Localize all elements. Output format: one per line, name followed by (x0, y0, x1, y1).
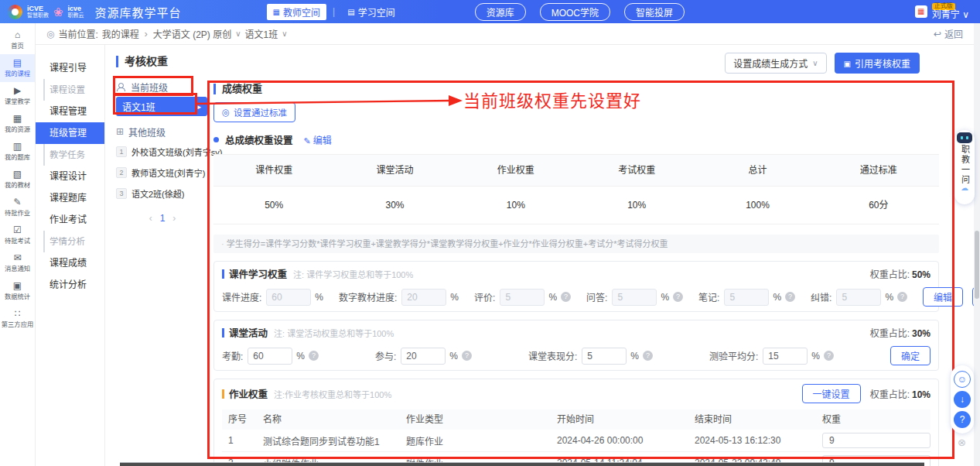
quote-assessment-weight-button[interactable]: 引用考核权重 (835, 53, 920, 74)
weight-field-input[interactable] (724, 289, 769, 306)
weight-field: 课堂表现分:%? (528, 348, 653, 365)
breadcrumb-my-courses[interactable]: 我的课程 (102, 27, 139, 40)
help-icon[interactable]: ? (785, 292, 795, 302)
weight-field-input[interactable] (266, 289, 311, 306)
hw-weight-input[interactable] (822, 433, 930, 448)
rail-item[interactable]: ▥我的题库 (0, 138, 35, 166)
sidebar-item[interactable]: 统计分析 (36, 274, 104, 296)
summary-header-cell: 考试权重 (576, 155, 697, 186)
rail-item[interactable]: ▦我的资源 (0, 110, 35, 138)
weight-field: 评价:%? (474, 289, 571, 306)
edit-courseware-weight-button[interactable]: 编辑 (923, 287, 963, 307)
sidebar-item[interactable]: 课程设计 (36, 166, 104, 187)
breadcrumb-class[interactable]: 语文1班 (245, 27, 278, 40)
sidebar-item[interactable]: 课程成绩 (36, 252, 104, 274)
top-pill-button[interactable]: 智能投屏 (624, 3, 685, 21)
sidebar-item[interactable]: 作业考试 (36, 209, 104, 231)
summary-header-cell: 课件权重 (213, 155, 334, 186)
class-item[interactable]: 2教师语文班(刘青宁) (116, 162, 209, 183)
data-statistics-icon: ▣ (0, 280, 35, 291)
help-icon[interactable]: ? (309, 351, 319, 361)
top-pill-button[interactable]: 资源库 (475, 3, 526, 21)
back-label: 返回 (944, 27, 963, 40)
user-name[interactable]: 刘青宁 ∨ (932, 10, 969, 20)
top-pill-button[interactable]: MOOC学院 (540, 3, 610, 21)
edit-total-weight-link[interactable]: 编辑 (304, 133, 332, 146)
weight-field-input[interactable] (763, 348, 808, 365)
ratio-value: 30% (912, 328, 930, 339)
summary-value-cell: 30% (334, 187, 455, 224)
class-item[interactable]: 3语文2班(徐超) (116, 183, 209, 204)
activity-section-header: 课堂活动 注: 课堂活动权重总和等于100% 权重占比:30% (222, 325, 930, 340)
breadcrumb-course[interactable]: 大学语文 (2P) 原创 (153, 27, 231, 40)
sidebar-item[interactable]: 班级管理 (36, 122, 104, 144)
weight-field-input[interactable] (401, 289, 446, 306)
help-icon[interactable]: ? (462, 351, 472, 361)
pagination-prev-icon[interactable]: ‹ (149, 213, 152, 224)
user-area[interactable]: ▦ 正式版 刘青宁 ∨ (915, 3, 980, 20)
rail-item[interactable]: ✎待批作业 (0, 194, 35, 221)
activity-section-title: 课堂活动 (229, 325, 268, 340)
weight-field-label: 纠错: (811, 290, 831, 303)
courseware-section-header: 课件学习权重 注: 课件学习权重总和等于100% 权重占比:50% (222, 266, 930, 281)
rail-item[interactable]: ▤我的课程 (0, 54, 35, 82)
activity-fields: 考勤:%?参与:%?课堂表现分:%?测验平均分:%?确定 (222, 346, 930, 365)
percent-suffix: % (450, 292, 459, 303)
class-item[interactable]: 1外校语文班级(刘青宁sy) (116, 141, 209, 162)
sidebar-item[interactable]: 课程管理 (36, 101, 104, 122)
weight-field-input[interactable] (500, 289, 545, 306)
top-header: iCVE 智慧职教 ❀ icve 职教云 资源库教学平台 ▦教师空间|▤学习空间… (0, 0, 980, 23)
quote-icon (844, 58, 851, 69)
collapse-toolbar-icon[interactable]: ⊗ (958, 437, 966, 448)
top-nav-item[interactable]: ▦教师空间 (267, 4, 326, 20)
scrollbar-thumb[interactable] (975, 231, 979, 299)
percent-suffix: % (296, 351, 305, 361)
download-button[interactable]: ↓ (954, 391, 971, 408)
customer-service-button[interactable]: ☺ (954, 371, 971, 388)
confirm-activity-weight-button[interactable]: 确定 (890, 346, 930, 365)
weight-field-input[interactable] (612, 289, 657, 306)
back-button[interactable]: 返回 (934, 27, 963, 40)
chevron-down-icon[interactable]: ∨ (282, 29, 287, 38)
breadcrumb: 当前位置: 我的课程 › 大学语文 (2P) 原创 ∨ 语文1班 ∨ 返回 (36, 23, 974, 45)
weight-field: 考勤:%? (222, 348, 319, 365)
weight-field-input[interactable] (836, 289, 881, 306)
rail-item[interactable]: ☑待批考试 (0, 221, 35, 249)
rail-item[interactable]: ▣数据统计 (0, 277, 35, 305)
sidebar-item[interactable]: 课程题库 (36, 187, 104, 209)
rail-item[interactable]: ✉消息通知 (0, 249, 35, 277)
weight-field-input[interactable] (248, 348, 292, 365)
help-icon[interactable]: ? (643, 351, 653, 361)
my-resources-icon: ▦ (0, 113, 35, 124)
help-icon[interactable]: ? (824, 351, 834, 361)
edit-label: 编辑 (313, 135, 332, 146)
weight-field-label: 笔记: (698, 290, 719, 303)
rail-item[interactable]: ⌂首页 (0, 26, 35, 54)
rail-item[interactable]: ▧我的教材 (0, 166, 35, 194)
help-icon[interactable]: ? (897, 292, 907, 302)
percent-suffix: % (449, 351, 458, 361)
weight-field-input[interactable] (582, 348, 627, 365)
ai-assistant-widget[interactable]: 职教一问 ☁ (954, 130, 975, 204)
my-question-bank-icon: ▥ (0, 141, 35, 152)
weight-field: 纠错:%? (811, 289, 907, 306)
pagination-page-1[interactable]: 1 (160, 213, 166, 224)
one-click-setup-button[interactable]: 一键设置 (802, 384, 861, 403)
rail-item[interactable]: ▶课堂教学 (0, 82, 35, 110)
current-class-item[interactable]: 语文1班 ▸ (116, 97, 207, 116)
set-pass-standard-button[interactable]: 设置通过标准 (213, 102, 295, 122)
grade-generation-mode-button[interactable]: 设置成绩生成方式 ∨ (725, 53, 826, 74)
weight-field-input[interactable] (401, 348, 446, 365)
help-icon[interactable]: ? (561, 292, 571, 302)
help-button[interactable]: ? (954, 411, 971, 428)
rail-item[interactable]: ∷第三方应用 (0, 305, 35, 333)
summary-header-cell: 通过标准 (818, 155, 939, 186)
app-shortcut-icon[interactable]: ▦ (915, 5, 927, 18)
homework-table: 序号名称作业类型开始时间结束时间权重 1测试综合题同步到试卷功能1题库作业202… (222, 409, 930, 466)
sidebar-item[interactable]: 课程引导 (36, 57, 104, 79)
courseware-weight-section: 课件学习权重 注: 课件学习权重总和等于100% 权重占比:50% 课件进度:%… (213, 261, 939, 312)
help-icon[interactable]: ? (673, 292, 683, 302)
top-nav-item[interactable]: ▤学习空间 (341, 4, 401, 20)
pagination-next-icon[interactable]: › (172, 213, 176, 224)
chevron-down-icon[interactable]: ∨ (235, 29, 241, 38)
